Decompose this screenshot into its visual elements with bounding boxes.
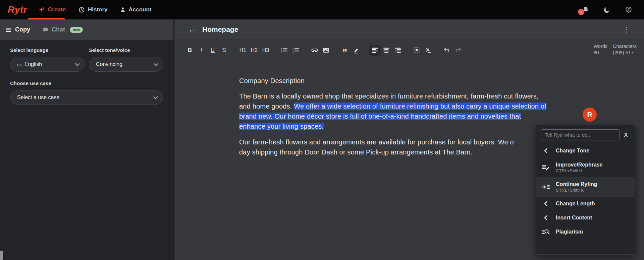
language-label: Select language [10,47,85,53]
words-label: Words [593,43,607,50]
plagiarism-search-icon [540,229,551,235]
chevron-down-icon [75,61,79,66]
person-icon [120,7,126,13]
notification-badge: 1 [578,9,584,15]
tab-account-label: Account [129,6,152,13]
editor-toolbar: B i U S H1 H2 H3 123 ” [175,40,644,60]
text-plain: and home goods. [239,103,294,110]
chevron-left-icon [540,201,551,206]
document-title: Homepage [202,25,238,34]
image-button[interactable] [320,45,332,56]
chevron-left-icon [540,215,551,220]
clear-format-button[interactable] [422,45,434,56]
numbered-list-button[interactable]: 123 [290,45,302,56]
editor-header: ← Homepage ⋮ [175,19,644,40]
use-case-label: Choose use case [10,80,163,86]
hamburger-icon [6,27,12,32]
underline-button[interactable]: U [207,45,218,56]
chevron-left-icon [540,148,551,153]
chevron-down-icon [154,61,158,66]
menu-item-label: Improve/Rephrase [556,161,603,168]
chevron-down-icon [153,94,158,99]
menu-item-insert-content[interactable]: Insert Content [536,211,635,225]
strikethrough-button[interactable]: S [218,45,230,56]
new-badge: new [70,27,83,33]
blockquote-button[interactable]: ” [339,45,351,56]
menu-item-change-length[interactable]: Change Length [536,197,635,211]
text-plain: The Barn is a locally owned shop that sp… [239,92,539,100]
sidebar-tab-copy-label: Copy [15,26,30,33]
heading1-button[interactable]: H1 [237,45,249,56]
menu-item-label: Plagiarism [556,229,583,235]
tab-history[interactable]: History [78,6,108,13]
bold-button[interactable]: B [184,45,196,56]
language-flag-code: us [17,62,22,67]
heading3-button[interactable]: H3 [260,45,271,56]
tone-select[interactable]: Convincing [89,57,163,72]
rytr-app: Rytr Create History Account 1 [0,0,644,260]
select-all-button[interactable] [411,45,422,56]
svg-text:?: ? [628,7,630,11]
use-case-select[interactable]: Select a use case [10,90,163,105]
back-arrow-icon[interactable]: ← [188,25,196,34]
characters-label: Characters [613,43,637,50]
tone-label: Select tone/voice [89,47,163,53]
document-heading: Company Description [239,76,644,86]
menu-item-label: Insert Content [556,214,592,221]
italic-button[interactable]: i [196,45,207,56]
tab-history-label: History [88,6,108,13]
rytr-assistant-avatar[interactable]: R [583,108,597,122]
clock-icon [78,7,85,13]
menu-item-improve-rephrase[interactable]: Improve/Rephrase CTRL+Shift+I [536,158,635,177]
bullet-list-button[interactable] [279,45,290,56]
sidebar-tabs: Copy Chat new [0,19,173,40]
text-selected: We offer a wide selection of furniture r… [294,103,546,110]
characters-value: (209) 517 [613,50,637,56]
tab-create[interactable]: Create [39,6,66,13]
language-select[interactable]: us English [10,57,85,72]
sidebar-tab-chat-label: Chat [52,26,65,33]
sidebar-tab-chat[interactable]: Chat new [42,26,83,33]
scrollbar-thumb[interactable] [0,251,3,260]
text-selected: enhance your living spaces. [239,123,324,130]
improve-rephrase-icon [540,164,551,171]
active-tab-indicator [28,18,65,19]
sidebar: Copy Chat new Select language Select ton… [0,19,174,260]
rytr-logo[interactable]: Rytr [8,4,27,15]
more-options-kebab-icon[interactable]: ⋮ [623,25,630,34]
menu-item-label: Change Tone [556,147,589,154]
words-value: 80 [593,50,607,56]
redo-button[interactable] [452,45,464,56]
sparkle-icon [39,7,45,13]
align-right-button[interactable] [392,45,404,56]
menu-item-label: Change Length [556,200,595,207]
sidebar-tab-copy[interactable]: Copy [6,26,30,33]
help-icon[interactable]: ? [625,6,632,13]
tone-value: Convincing [96,61,122,67]
menu-item-change-tone[interactable]: Change Tone [536,144,635,158]
continue-ryting-icon [540,184,551,190]
dark-mode-moon-icon[interactable] [603,6,611,13]
highlight-pen-button[interactable] [351,45,362,56]
align-left-button[interactable] [369,45,381,56]
tell-rytr-input[interactable] [541,129,620,140]
counters: Words 80 Characters (209) 517 [593,43,637,56]
ai-actions-menu: X Change Tone Improve/Rephrase CTRL+Shif… [536,125,635,255]
close-menu-button[interactable]: X [622,132,630,138]
undo-button[interactable] [441,45,452,56]
menu-item-label: Continue Ryting [556,181,597,188]
tab-create-label: Create [48,6,66,13]
language-value: English [24,61,42,67]
tab-account[interactable]: Account [120,6,152,13]
svg-text:3: 3 [292,51,294,53]
chat-bubble-icon [42,27,48,33]
link-button[interactable] [309,45,320,56]
heading2-button[interactable]: H2 [249,45,260,56]
menu-item-shortcut: CTRL+Shift+K [556,188,597,193]
menu-item-shortcut: CTRL+Shift+I [556,168,603,174]
notifications-bell-icon[interactable]: 1 [582,6,589,13]
menu-item-continue-ryting[interactable]: Continue Ryting CTRL+Shift+K [536,177,635,197]
menu-item-plagiarism[interactable]: Plagiarism [536,225,635,239]
text-selected: brand new. Our home décor store is full … [239,113,521,120]
align-center-button[interactable] [381,45,392,56]
